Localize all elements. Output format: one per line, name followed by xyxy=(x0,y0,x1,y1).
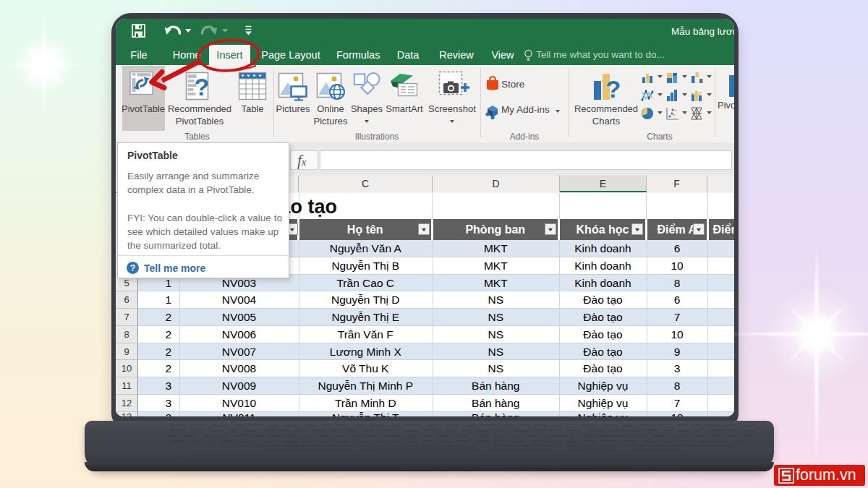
svg-text:?: ? xyxy=(130,263,136,273)
